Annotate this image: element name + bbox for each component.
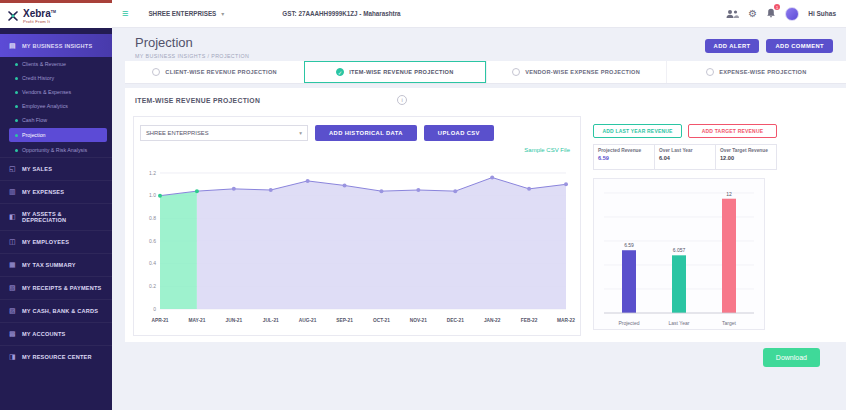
sidebar-subitem-credit-history[interactable]: Credit History [0,71,112,85]
logo[interactable]: XebraTM Profit From It [0,0,112,28]
stat-label: Projected Revenue [598,148,650,153]
info-icon[interactable]: i [397,95,407,105]
company-selector[interactable]: SHREE ENTERPRISES ▾ [148,10,224,17]
svg-text:NOV-21: NOV-21 [410,318,427,323]
user-greeting: Hi Suhas [808,10,836,17]
tab-client-wise-revenue-projection[interactable]: CLIENT-WISE REVENUE PROJECTION [125,61,304,83]
bullet-icon [15,149,18,152]
assets-icon: ◧ [8,213,17,221]
bullet-icon [15,105,18,108]
radio-icon [512,68,520,76]
stat-projected-revenue: Projected Revenue 6.59 [594,145,654,169]
svg-text:JUL-21: JUL-21 [263,318,279,323]
sidebar-item-my-receipts-payments[interactable]: ▧MY RECEIPTS & PAYMENTS [0,276,112,299]
content-panel: ITEM-WISE REVENUE PROJECTION i SHREE ENT… [125,88,846,342]
sidebar-subitem-label: Vendors & Expenses [22,89,71,95]
sidebar-subitem-vendors-expenses[interactable]: Vendors & Expenses [0,85,112,99]
add-comment-button[interactable]: ADD COMMENT [766,39,833,53]
notification-badge: 1 [774,4,780,10]
tax-icon: ▦ [8,261,17,269]
stat-value: 6.59 [598,155,650,161]
section-title: ITEM-WISE REVENUE PROJECTION [135,97,260,104]
bar-chart-box: 6.59Projected6.057Last Year12Target [593,178,765,330]
bullet-icon [15,134,18,137]
svg-text:SEP-21: SEP-21 [336,318,353,323]
sidebar-subitem-projection[interactable]: Projection [9,128,107,142]
sidebar-item-my-business-insights[interactable]: ▤MY BUSINESS INSIGHTS [0,34,112,57]
stat-label: Over Target Revenue [720,148,772,153]
sidebar-item-my-sales[interactable]: ◱MY SALES [0,157,112,180]
community-icon[interactable] [726,9,739,19]
svg-text:Target: Target [722,320,737,326]
revenue-projection-card: SHREE ENTERPRISES ▾ ADD HISTORICAL DATA … [133,116,581,336]
employees-icon: ◫ [8,238,17,246]
notification-bell-icon[interactable]: 1 [766,8,776,19]
radio-icon [152,68,160,76]
accounts-icon: ▩ [8,330,17,338]
sidebar-item-label: MY EMPLOYEES [22,239,69,245]
add-target-revenue-button[interactable]: ADD TARGET REVENUE [688,124,777,138]
revenue-line-chart: 00.20.40.60.81.01.2APR-21MAY-21JUN-21JUL… [138,161,576,329]
receipts-icon: ▧ [8,284,17,292]
sidebar-item-my-accounts[interactable]: ▩MY ACCOUNTS [0,322,112,345]
svg-text:FEB-22: FEB-22 [521,318,538,323]
stats-box: Projected Revenue 6.59 Over Last Year 6.… [593,144,777,170]
breadcrumb: MY BUSINESS INSIGHTS / PROJECTION [135,53,249,59]
stat-over-target-revenue: Over Target Revenue 12.00 [715,145,776,169]
entity-selector[interactable]: SHREE ENTERPRISES ▾ [140,125,308,141]
sidebar-subitem-clients-revenue[interactable]: Clients & Revenue [0,57,112,71]
sidebar-item-label: MY ACCOUNTS [22,331,66,337]
svg-text:0.8: 0.8 [149,215,156,221]
company-selector-value: SHREE ENTERPRISES [148,10,216,17]
sidebar-item-my-employees[interactable]: ◫MY EMPLOYEES [0,230,112,253]
stat-value: 12.00 [720,155,772,161]
svg-text:MAY-21: MAY-21 [188,318,205,323]
radio-icon [706,68,714,76]
insights-icon: ▤ [8,42,17,50]
gear-icon[interactable]: ⚙ [748,8,757,19]
svg-text:12: 12 [726,191,732,197]
sidebar-subitem-label: Cash Flow [22,117,47,123]
add-alert-button[interactable]: ADD ALERT [705,39,760,53]
svg-text:Last Year: Last Year [669,320,690,326]
sidebar-item-my-assets-depreciation[interactable]: ◧MY ASSETS & DEPRECIATION [0,203,112,230]
add-last-year-revenue-button[interactable]: ADD LAST YEAR REVENUE [593,124,682,138]
sidebar-item-label: MY RECEIPTS & PAYMENTS [22,285,102,291]
svg-text:JUN-21: JUN-21 [226,318,243,323]
svg-text:Projected: Projected [618,320,639,326]
sidebar-item-my-tax-summary[interactable]: ▦MY TAX SUMMARY [0,253,112,276]
chevron-down-icon: ▾ [299,130,302,136]
sample-csv-link[interactable]: Sample CSV File [524,147,570,153]
upload-csv-button[interactable]: UPLOAD CSV [424,125,494,141]
svg-text:DEC-21: DEC-21 [447,318,464,323]
svg-text:0.2: 0.2 [149,283,156,289]
download-button[interactable]: Download [763,348,820,367]
sidebar-subitem-label: Credit History [22,75,54,81]
bullet-icon [15,63,18,66]
revenue-bar-chart: 6.59Projected6.057Last Year12Target [594,179,764,329]
tab-expense-wise-projection[interactable]: EXPENSE-WISE PROJECTION [666,61,846,83]
expenses-icon: ▥ [8,188,17,196]
chart-toolbar: SHREE ENTERPRISES ▾ ADD HISTORICAL DATA … [140,125,574,141]
tab-vendor-wise-expense-projection[interactable]: VENDOR-WISE EXPENSE PROJECTION [486,61,666,83]
tab-item-wise-revenue-projection[interactable]: ✓ITEM-WISE REVENUE PROJECTION [304,61,485,83]
bullet-icon [15,119,18,122]
sidebar-subitem-cash-flow[interactable]: Cash Flow [0,113,112,127]
svg-text:OCT-21: OCT-21 [373,318,390,323]
gst-label: GST: 27AAAHH9999K1ZJ - Maharashtra [282,10,400,17]
add-historical-data-button[interactable]: ADD HISTORICAL DATA [315,125,417,141]
sidebar-item-my-expenses[interactable]: ▥MY EXPENSES [0,180,112,203]
tab-bar: CLIENT-WISE REVENUE PROJECTION✓ITEM-WISE… [125,61,846,84]
sidebar-subitem-employee-analytics[interactable]: Employee Analytics [0,99,112,113]
sidebar-item-my-resource-center[interactable]: ◨MY RESOURCE CENTER [0,345,112,368]
sidebar-item-my-cash-bank-cards[interactable]: ▨MY CASH, BANK & CARDS [0,299,112,322]
svg-text:JAN-22: JAN-22 [484,318,501,323]
svg-text:0.4: 0.4 [149,260,156,266]
svg-text:6.057: 6.057 [673,247,686,253]
avatar[interactable] [785,7,799,21]
svg-text:0.6: 0.6 [149,238,156,244]
sidebar-subitem-opportunity-risk-analysis[interactable]: Opportunity & Risk Analysis [0,143,112,157]
tab-label: EXPENSE-WISE PROJECTION [719,69,806,75]
hamburger-menu-icon[interactable]: ≡ [122,8,128,19]
stat-value: 6.04 [659,155,711,161]
